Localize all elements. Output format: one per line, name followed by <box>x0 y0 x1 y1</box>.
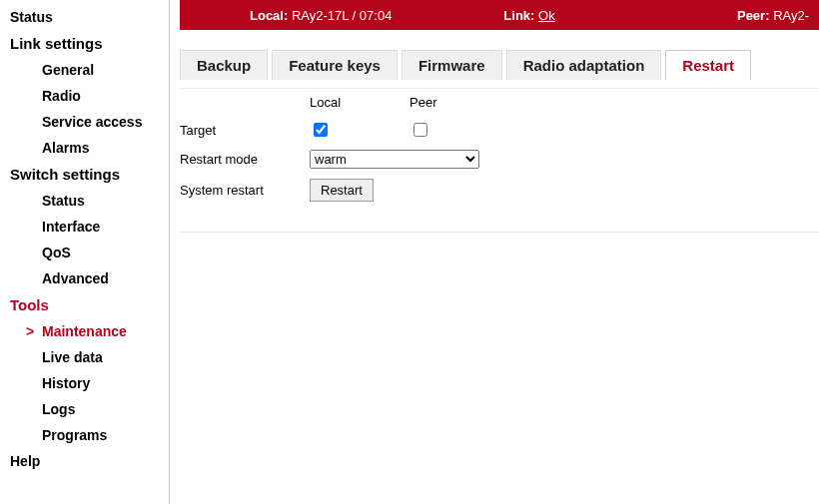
tab-feature-keys[interactable]: Feature keys <box>272 50 398 80</box>
column-header-local: Local <box>310 95 410 110</box>
sidebar-group-link-settings[interactable]: Link settings <box>0 30 169 57</box>
sidebar-item-maintenance[interactable]: >Maintenance <box>0 318 169 344</box>
sidebar-item-service-access[interactable]: Service access <box>0 109 169 135</box>
target-local-checkbox[interactable] <box>314 123 328 137</box>
sidebar-item-status[interactable]: Status <box>0 188 169 214</box>
sidebar-item-label: QoS <box>42 245 71 260</box>
sidebar-item-advanced[interactable]: Advanced <box>0 265 169 291</box>
tab-bar: BackupFeature keysFirmwareRadio adaptati… <box>180 50 819 80</box>
target-peer-checkbox[interactable] <box>413 123 427 137</box>
sidebar-item-label: Programs <box>42 427 107 443</box>
sidebar-item-logs[interactable]: Logs <box>0 396 169 422</box>
chevron-right-icon: > <box>26 323 34 339</box>
sidebar-item-label: History <box>42 375 90 391</box>
sidebar-item-history[interactable]: History <box>0 370 169 396</box>
sidebar-item-label: Status <box>42 193 85 209</box>
topbar-local-value: RAy2-17L / 07:04 <box>292 8 392 23</box>
restart-mode-label: Restart mode <box>180 152 310 167</box>
panel-restart: Local Peer Target Restart mode warm Syst… <box>180 88 819 233</box>
sidebar-item-label: Alarms <box>42 140 89 156</box>
sidebar-item-label: Logs <box>42 401 75 417</box>
sidebar-item-alarms[interactable]: Alarms <box>0 135 169 161</box>
topbar-peer-value: RAy2- <box>773 8 809 23</box>
restart-button[interactable]: Restart <box>310 179 374 202</box>
sidebar-item-label: General <box>42 62 94 78</box>
sidebar-item-qos[interactable]: QoS <box>0 240 169 265</box>
tab-firmware[interactable]: Firmware <box>402 50 502 80</box>
sidebar-item-label: Live data <box>42 349 103 365</box>
topbar-peer-label: Peer: <box>737 8 770 23</box>
sidebar-group-status[interactable]: Status <box>0 4 169 30</box>
system-restart-label: System restart <box>180 183 310 198</box>
topbar-local-label: Local: <box>250 8 288 23</box>
sidebar-item-interface[interactable]: Interface <box>0 214 169 240</box>
tab-restart[interactable]: Restart <box>665 50 751 80</box>
sidebar-item-label: Interface <box>42 219 100 235</box>
sidebar-group-tools[interactable]: Tools <box>0 291 169 318</box>
topbar-link-label: Link: <box>503 8 534 23</box>
tab-backup[interactable]: Backup <box>180 50 268 80</box>
column-header-peer: Peer <box>410 95 509 110</box>
topbar: Local: RAy2-17L / 07:04 Link: Ok Peer: R… <box>180 0 819 30</box>
sidebar-group-help[interactable]: Help <box>0 448 169 474</box>
tab-radio-adaptation[interactable]: Radio adaptation <box>506 50 662 80</box>
target-label: Target <box>180 123 310 138</box>
topbar-link-value[interactable]: Ok <box>538 8 555 23</box>
sidebar-item-label: Service access <box>42 114 142 130</box>
sidebar-item-live-data[interactable]: Live data <box>0 344 169 370</box>
sidebar-item-general[interactable]: General <box>0 57 169 83</box>
sidebar-group-switch-settings[interactable]: Switch settings <box>0 161 169 188</box>
sidebar-item-label: Radio <box>42 88 81 104</box>
restart-mode-select[interactable]: warm <box>310 150 479 169</box>
sidebar: StatusLink settingsGeneralRadioService a… <box>0 0 170 504</box>
sidebar-item-programs[interactable]: Programs <box>0 422 169 448</box>
sidebar-item-radio[interactable]: Radio <box>0 83 169 109</box>
sidebar-item-label: Advanced <box>42 270 109 286</box>
main: Local: RAy2-17L / 07:04 Link: Ok Peer: R… <box>170 0 819 504</box>
sidebar-item-label: Maintenance <box>42 323 127 339</box>
